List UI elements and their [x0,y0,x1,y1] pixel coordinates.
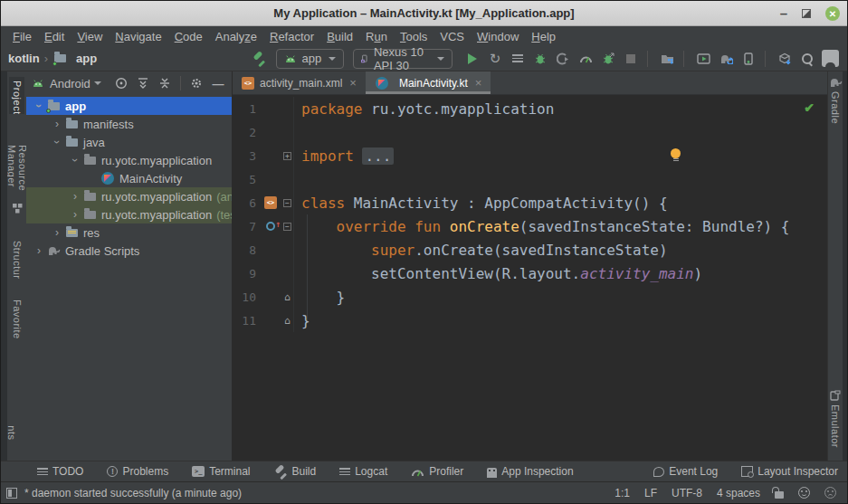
breadcrumb-module[interactable]: kotlin [8,52,40,65]
panel-settings-button[interactable] [188,75,205,91]
chevron-right-icon[interactable]: › [32,244,46,257]
device-select[interactable]: Nexus 10 API 30 [353,49,453,69]
tool-stripe-button-resource-manager[interactable]: Resource Manager [6,145,27,214]
locate-file-button[interactable] [113,75,129,91]
toggle-tool-windows-icon[interactable] [6,488,17,499]
fold-end-icon[interactable]: ⌂ [284,315,291,327]
tool-window-button-build[interactable]: Build [274,465,317,479]
project-view-selector[interactable]: Android [50,77,101,90]
apply-code-changes-button[interactable] [508,49,528,69]
caret-position-widget[interactable]: 1:1 [615,487,630,499]
menu-item-navigate[interactable]: Navigate [109,28,167,45]
tree-row[interactable]: ›app [26,97,232,115]
tree-row[interactable]: ›res [26,223,232,242]
hide-panel-button[interactable]: — [210,75,226,91]
profile-debug-button[interactable] [598,49,618,69]
sad-face-icon[interactable] [824,487,836,499]
tool-window-button-layout-inspector[interactable]: Layout Inspector [741,465,838,478]
gutter-icon-slot [260,222,281,231]
attach-debugger-button[interactable] [553,49,573,69]
editor-tab-MainActivity.kt[interactable]: MainActivity.kt× [366,71,491,94]
run-button[interactable] [462,49,482,69]
chevron-right-icon[interactable]: › [68,208,82,221]
code-editor[interactable]: 1package ru.yotc.myapplication23+import … [233,95,827,461]
minimize-button[interactable]: – [780,9,787,18]
readonly-lock-icon[interactable] [775,491,784,499]
menu-item-code[interactable]: Code [168,28,209,45]
tree-row[interactable]: MainActivity [26,169,232,187]
tool-stripe-button-project[interactable]: Project [9,77,24,114]
tool-window-button-app-inspection[interactable]: App Inspection [487,465,573,478]
menu-item-edit[interactable]: Edit [38,28,71,45]
menu-item-help[interactable]: Help [525,28,562,45]
profiler-button[interactable] [576,49,596,69]
avd-manager-button[interactable] [693,49,713,69]
menu-item-refactor[interactable]: Refactor [263,28,320,45]
gradle-sync-button[interactable] [716,49,736,69]
tool-window-button-terminal[interactable]: >_Terminal [192,465,250,478]
line-ending-widget[interactable]: LF [644,487,657,499]
fold-minus-icon[interactable]: − [283,199,291,207]
tree-row[interactable]: ›Gradle Scripts [26,242,232,260]
menu-item-window[interactable]: Window [471,28,525,45]
code-line: 2 [233,120,827,144]
stop-button[interactable] [621,49,641,69]
device-file-explorer-button[interactable] [657,49,677,69]
tool-window-button-profiler[interactable]: Profiler [411,465,463,478]
tool-stripe-button-favorites[interactable]: Favorites★ [12,300,23,340]
chevron-down-icon[interactable]: › [33,99,45,113]
tree-item-label: ru.yotc.myapplication [101,154,212,167]
profile-avatar-button[interactable] [820,49,840,69]
menu-item-run[interactable]: Run [359,28,394,45]
tool-window-button-todo[interactable]: TODO [37,465,83,478]
intention-bulb-icon[interactable] [671,148,681,158]
search-everywhere-button[interactable] [797,49,817,69]
tree-row[interactable]: ›java [26,133,232,151]
device-manager-button[interactable] [738,49,758,69]
close-button[interactable]: ✕ [825,6,840,21]
tool-stripe-button-build-variants[interactable]: Build Variants [6,426,27,461]
menu-item-file[interactable]: File [6,28,38,45]
editor-tab-activity_main.xml[interactable]: <>activity_main.xml× [233,71,366,94]
run-configuration-select[interactable]: app [276,49,345,69]
chevron-down-icon[interactable]: › [69,153,81,167]
tool-window-button-logcat[interactable]: Logcat [339,465,387,478]
chevron-down-icon[interactable]: › [51,135,63,149]
status-message: * daemon started successfully (a minute … [24,487,242,499]
tool-stripe-button-structure[interactable]: Structure [12,241,23,279]
tree-row[interactable]: ›manifests [26,115,232,133]
menu-item-build[interactable]: Build [320,28,359,45]
apply-changes-button[interactable]: ↻ [485,49,505,69]
tree-row[interactable]: ›ru.yotc.myapplication [26,151,232,169]
sdk-manager-button[interactable] [775,49,795,69]
debug-button[interactable] [530,49,550,69]
expand-all-button[interactable] [135,75,151,91]
tree-row[interactable]: ›ru.yotc.myapplication(test) [26,205,232,223]
menu-item-vcs[interactable]: VCS [434,28,471,45]
chevron-right-icon[interactable]: › [68,190,82,203]
menu-item-view[interactable]: View [71,28,109,45]
fold-plus-icon[interactable]: + [283,152,291,160]
tool-stripe-button-emulator[interactable]: Emulator [830,390,841,448]
close-tab-icon[interactable]: × [475,76,482,90]
encoding-widget[interactable]: UTF-8 [672,487,702,499]
build-project-button[interactable] [252,49,266,69]
indent-widget[interactable]: 4 spaces [717,487,760,499]
chevron-right-icon[interactable]: › [50,226,64,239]
close-tab-icon[interactable]: × [349,76,357,90]
fold-minus-icon[interactable]: − [283,223,291,231]
tool-stripe-button-gradle[interactable]: Gradle [828,77,843,124]
collapse-all-button[interactable] [157,75,173,91]
menu-item-tools[interactable]: Tools [394,28,434,45]
fold-end-icon[interactable]: ⌂ [284,291,291,303]
tree-row[interactable]: ›ru.yotc.myapplication(androidTest) [26,187,232,205]
tool-window-button-event-log[interactable]: Event Log [653,465,718,478]
chevron-right-icon[interactable]: › [50,118,64,130]
overriding-method-icon[interactable] [266,222,275,231]
maximize-button[interactable] [802,9,811,18]
tool-window-button-problems[interactable]: !Problems [107,465,168,478]
menu-item-analyze[interactable]: Analyze [209,28,263,45]
breadcrumb-target[interactable]: app [76,52,97,65]
happy-face-icon[interactable] [798,487,810,499]
related-layout-file-icon[interactable]: <> [264,196,277,209]
